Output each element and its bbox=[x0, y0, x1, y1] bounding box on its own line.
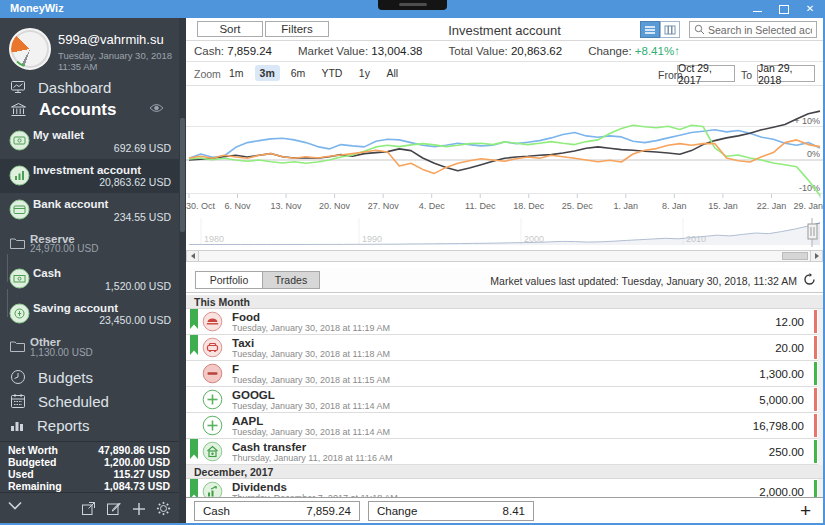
close-icon[interactable]: ✕ bbox=[805, 4, 815, 14]
scroll-right-icon[interactable] bbox=[810, 251, 822, 261]
sidebar-item-reports[interactable]: Reports bbox=[0, 414, 178, 436]
svg-text:0%: 0% bbox=[807, 149, 820, 159]
cash-summary-box[interactable]: Cash 7,859.24 bbox=[194, 501, 360, 521]
dividends-icon bbox=[202, 481, 223, 497]
account-item-other[interactable]: Other1,130.00 USD bbox=[0, 331, 179, 366]
add-transaction-button[interactable]: + bbox=[800, 499, 811, 523]
series-orange bbox=[189, 140, 820, 174]
sidebar-item-scheduled[interactable]: Scheduled bbox=[0, 390, 178, 412]
list-view-icon[interactable] bbox=[640, 21, 660, 38]
transaction-type-stripe bbox=[814, 336, 817, 359]
transaction-amount: 5,000.00 bbox=[759, 394, 804, 406]
transaction-row-food[interactable]: FoodTuesday, January 30, 2018 at 11:19 A… bbox=[186, 309, 818, 335]
transaction-type-stripe bbox=[814, 362, 817, 385]
transaction-row-googl[interactable]: GOOGLTuesday, January 30, 2018 at 11:14 … bbox=[186, 387, 818, 413]
svg-text:13. Nov: 13. Nov bbox=[271, 201, 303, 211]
sidebar-scrollbar-thumb[interactable] bbox=[180, 118, 185, 232]
account-stats-bar: Cash: 7,859.24Market Value: 13,004.38Tot… bbox=[186, 41, 823, 62]
compose-icon[interactable] bbox=[105, 500, 122, 517]
from-date-input[interactable]: Oct 29, 2017 bbox=[677, 65, 735, 82]
buy-icon bbox=[202, 389, 223, 410]
zoom-label: Zoom bbox=[194, 68, 221, 80]
tab-portfolio[interactable]: Portfolio bbox=[195, 271, 263, 289]
food-icon bbox=[202, 311, 223, 332]
transaction-name: Taxi bbox=[232, 337, 254, 349]
svg-text:29. Jan: 29. Jan bbox=[793, 201, 823, 211]
transaction-row-taxi[interactable]: TaxiTuesday, January 30, 2018 at 11:18 A… bbox=[186, 335, 818, 361]
account-item-bank-account[interactable]: Bank account234.55 USD bbox=[0, 193, 179, 228]
svg-text:11. Dec: 11. Dec bbox=[465, 201, 496, 211]
sidebar-item-label: Budgets bbox=[38, 369, 93, 386]
svg-text:6. Nov: 6. Nov bbox=[225, 201, 252, 211]
zoom-3m-button[interactable]: 3m bbox=[255, 65, 280, 81]
account-item-investment-account[interactable]: Investment account20,863.62 USD bbox=[0, 159, 179, 194]
transaction-row-cash-transfer[interactable]: Cash transferThursday, January 11, 2018 … bbox=[186, 439, 818, 465]
scroll-left-icon[interactable] bbox=[187, 251, 199, 261]
change-summary-box[interactable]: Change 8.41 bbox=[368, 501, 534, 521]
sidebar-toolbar bbox=[0, 496, 178, 522]
account-item-cash[interactable]: Cash1,520.00 USD bbox=[0, 262, 179, 297]
account-balance: 1,520.00 USD bbox=[105, 280, 171, 292]
transaction-name: AAPL bbox=[232, 415, 263, 427]
settings-icon[interactable] bbox=[155, 500, 172, 517]
transaction-date: Tuesday, January 30, 2018 at 11:14 AM bbox=[232, 427, 390, 437]
sidebar-item-dashboard[interactable]: Dashboard bbox=[0, 76, 178, 98]
zoom-ytd-button[interactable]: YTD bbox=[316, 65, 347, 81]
account-item-reserve[interactable]: Reserve24,970.00 USD bbox=[0, 228, 179, 263]
transaction-date: Tuesday, January 30, 2018 at 11:18 AM bbox=[232, 349, 390, 359]
maximize-icon[interactable] bbox=[779, 4, 789, 14]
eye-icon[interactable] bbox=[149, 103, 164, 113]
sell-icon bbox=[202, 363, 223, 384]
chart-navigator[interactable]: 1980199020002010 bbox=[186, 216, 823, 250]
change-box-label: Change bbox=[377, 505, 417, 517]
user-profile[interactable]: 599a@vahrmih.su Tuesday, January 30, 201… bbox=[0, 26, 178, 74]
sidebar-item-budgets[interactable]: Budgets bbox=[0, 366, 178, 388]
summary-label: Remaining bbox=[8, 480, 62, 492]
svg-text:4. Dec: 4. Dec bbox=[419, 201, 446, 211]
summary-value: 47,890.86 USD bbox=[98, 444, 170, 456]
chart-scrollbar[interactable] bbox=[186, 250, 823, 262]
user-email: 599a@vahrmih.su bbox=[58, 32, 164, 47]
transaction-section-header: This Month bbox=[186, 295, 823, 309]
bookmark-flag-icon bbox=[190, 479, 198, 497]
account-item-saving-account[interactable]: Saving account23,450.00 USD bbox=[0, 297, 179, 332]
transaction-date: Tuesday, January 30, 2018 at 11:19 AM bbox=[232, 323, 390, 333]
sidebar-item-accounts[interactable]: Accounts bbox=[0, 99, 178, 121]
zoom-6m-button[interactable]: 6m bbox=[286, 65, 311, 81]
account-balance: 23,450.00 USD bbox=[99, 314, 171, 326]
zoom-1y-button[interactable]: 1y bbox=[353, 65, 375, 81]
chart-scrollbar-thumb[interactable] bbox=[782, 252, 808, 260]
cash-icon bbox=[9, 268, 30, 289]
export-icon[interactable] bbox=[80, 500, 97, 517]
search-icon bbox=[694, 24, 705, 35]
column-view-icon[interactable] bbox=[660, 21, 680, 38]
sidebar-item-label: Dashboard bbox=[38, 79, 111, 96]
search-input[interactable] bbox=[708, 24, 812, 36]
transaction-amount: 1,300.00 bbox=[759, 368, 804, 380]
zoom-all-button[interactable]: All bbox=[381, 65, 403, 81]
transaction-amount: 2,000.00 bbox=[759, 486, 804, 497]
zoom-1m-button[interactable]: 1m bbox=[224, 65, 249, 81]
sidebar-item-label: Accounts bbox=[39, 100, 116, 120]
svg-text:8. Jan: 8. Jan bbox=[662, 201, 687, 211]
refresh-icon[interactable] bbox=[803, 273, 816, 286]
transaction-type-stripe bbox=[814, 440, 817, 463]
to-date-input[interactable]: Jan 29, 2018 bbox=[757, 65, 815, 82]
series-blue bbox=[189, 130, 820, 159]
transaction-row-f[interactable]: FTuesday, January 30, 2018 at 11:15 AM1,… bbox=[186, 361, 818, 387]
sidebar-scrollbar[interactable] bbox=[179, 18, 186, 523]
cash-box-label: Cash bbox=[203, 505, 230, 517]
transaction-date: Tuesday, January 30, 2018 at 11:14 AM bbox=[232, 401, 390, 411]
summary-value: 115.27 USD bbox=[113, 468, 170, 480]
tab-trades[interactable]: Trades bbox=[262, 271, 320, 289]
transaction-row-dividends[interactable]: DividendsThursday, December 7, 2017 at 1… bbox=[186, 479, 818, 497]
stat-market-value: Market Value: 13,004.38 bbox=[298, 45, 422, 57]
add-icon[interactable] bbox=[130, 500, 147, 517]
account-balance: 20,863.62 USD bbox=[99, 176, 171, 188]
chevron-down-icon[interactable] bbox=[8, 501, 22, 510]
stat-cash: Cash: 7,859.24 bbox=[194, 45, 272, 57]
transaction-row-aapl[interactable]: AAPLTuesday, January 30, 2018 at 11:14 A… bbox=[186, 413, 818, 439]
account-item-my-wallet[interactable]: My wallet692.69 USD bbox=[0, 124, 179, 159]
minimize-icon[interactable] bbox=[753, 4, 763, 14]
stat-total-value: Total Value: 20,863.62 bbox=[449, 45, 563, 57]
